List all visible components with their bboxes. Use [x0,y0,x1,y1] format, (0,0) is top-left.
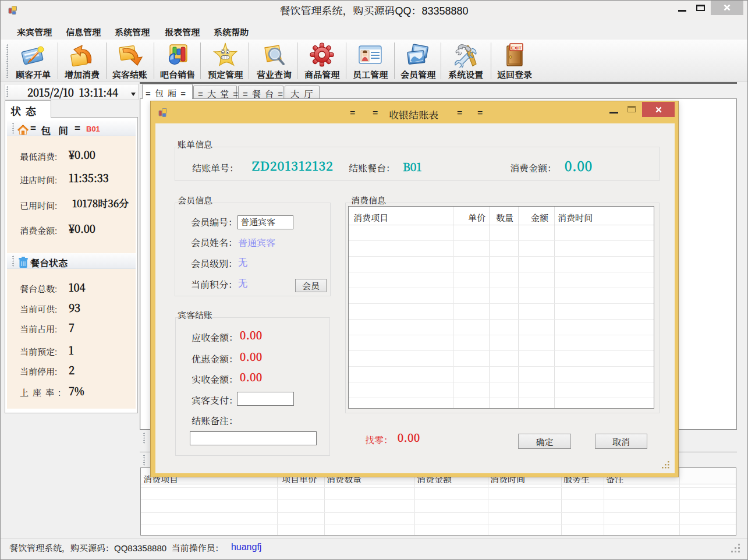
svg-text:EXIT: EXIT [511,45,522,51]
